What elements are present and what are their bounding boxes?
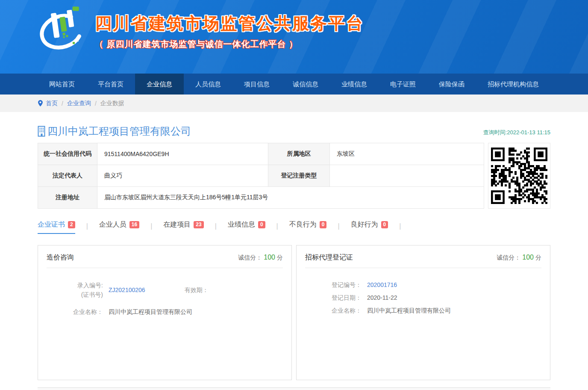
breadcrumb-bar: 首页 / 企业查询 / 企业数据: [0, 95, 588, 112]
credit-score: 诚信分：100分: [238, 254, 283, 262]
site-logo[interactable]: [38, 5, 88, 55]
field-value-registration-type: [330, 165, 484, 187]
company-name-label: 企业名称：: [314, 307, 362, 315]
field-label-legal-rep: 法定代表人: [38, 165, 97, 187]
nav-item-credit-info[interactable]: 诚信信息: [281, 74, 330, 95]
table-row: 统一社会信用代码 91511400MA6420GE9H 所属地区 东坡区: [38, 143, 484, 165]
nav-item-bidding-agency-info[interactable]: 招标代理机构信息: [476, 74, 550, 95]
nav-item-insurance-guarantee[interactable]: 保险保函: [427, 74, 476, 95]
detail-tabs: 企业证书 2 | 企业人员 16 | 在建项目 23 | 业绩信息 0 | 不良…: [38, 220, 550, 234]
company-title: 四川中岚工程项目管理有限公司: [38, 124, 191, 138]
main-content: 四川中岚工程项目管理有限公司 查询时间:2022-01-13 11:15 统一社…: [38, 124, 550, 390]
tab-label: 业绩信息: [228, 220, 255, 229]
company-name-text: 四川中岚工程项目管理有限公司: [47, 124, 191, 138]
field-value-registered-address: 眉山市东坡区眉州大道东三段天天向上186号5幢1单元11层3号: [97, 187, 484, 209]
breadcrumb-enterprise-data: 企业数据: [100, 100, 124, 107]
validity-label: 有效期：: [185, 286, 209, 294]
nav-item-personnel-info[interactable]: 人员信息: [184, 74, 232, 95]
breadcrumb-separator: /: [95, 100, 97, 107]
tab-label: 企业证书: [38, 220, 65, 229]
logo-icon: [38, 5, 88, 53]
query-time: 查询时间:2022-01-13 11:15: [483, 129, 550, 138]
main-nav: 网站首页 平台首页 企业信息 人员信息 项目信息 诚信信息 业绩信息 电子证照 …: [0, 74, 588, 95]
tab-label: 在建项目: [163, 220, 191, 229]
nav-item-platform-home[interactable]: 平台首页: [86, 74, 135, 95]
table-row: 法定代表人 曲义巧 登记注册类型: [38, 165, 484, 187]
credit-score: 诚信分：100分: [497, 254, 541, 262]
qr-code: [491, 148, 547, 204]
field-value-credit-code: 91511400MA6420GE9H: [97, 143, 268, 165]
count-badge: 0: [320, 221, 327, 228]
registration-number-label: 登记编号：: [314, 281, 362, 289]
nav-item-performance-info[interactable]: 业绩信息: [330, 74, 379, 95]
count-badge: 0: [258, 221, 265, 228]
score-value: 100: [522, 254, 534, 261]
breadcrumb-enterprise-search[interactable]: 企业查询: [67, 100, 91, 107]
company-name-value: 四川中岚工程项目管理有限公司: [109, 308, 192, 316]
score-unit: 分: [535, 254, 541, 261]
company-name-value: 四川中岚工程项目管理有限公司: [367, 307, 451, 315]
cert-number-label: 录入编号: (证书号): [55, 281, 103, 299]
bidding-agency-cert-card: 招标代理登记证 诚信分：100分 登记编号： 202001716 登记日期： 2…: [296, 245, 550, 380]
tab-separator: |: [150, 222, 152, 234]
table-row: 注册地址 眉山市东坡区眉州大道东三段天天向上186号5幢1单元11层3号: [38, 187, 484, 209]
score-unit: 分: [277, 254, 283, 261]
tab-separator: |: [276, 222, 278, 234]
field-value-legal-rep: 曲义巧: [97, 165, 268, 187]
field-label-credit-code: 统一社会信用代码: [38, 143, 97, 165]
cert-number-link[interactable]: ZJ202100206: [109, 286, 145, 294]
site-subtitle: （ 原四川省建筑市场监管与诚信一体化工作平台 ）: [95, 38, 364, 50]
score-value: 100: [264, 254, 275, 261]
breadcrumb-separator: /: [62, 100, 63, 107]
tab-enterprise-personnel[interactable]: 企业人员 16: [99, 220, 139, 234]
cost-consulting-card: 造价咨询 诚信分：100分 录入编号: (证书号) ZJ202100206 有效…: [38, 245, 292, 380]
nav-item-site-home[interactable]: 网站首页: [38, 74, 86, 95]
score-label: 诚信分：: [497, 254, 520, 261]
company-info-table: 统一社会信用代码 91511400MA6420GE9H 所属地区 东坡区 法定代…: [38, 143, 484, 209]
tab-separator: |: [338, 222, 339, 234]
card-title: 造价咨询: [47, 253, 74, 262]
tab-separator: |: [215, 222, 217, 234]
count-badge: 0: [381, 221, 388, 228]
tab-bad-behavior[interactable]: 不良行为 0: [289, 220, 327, 234]
registration-number-link[interactable]: 202001716: [367, 281, 397, 289]
nav-item-project-info[interactable]: 项目信息: [232, 74, 281, 95]
tab-performance-info[interactable]: 业绩信息 0: [228, 220, 265, 234]
field-label-registration-type: 登记注册类型: [268, 165, 330, 187]
tab-label: 良好行为: [351, 220, 378, 229]
tab-good-behavior[interactable]: 良好行为 0: [351, 220, 388, 234]
field-label-registered-address: 注册地址: [38, 187, 97, 209]
qr-code-box: [488, 143, 550, 209]
tab-label: 不良行为: [289, 220, 317, 229]
footer-divider: [38, 387, 550, 390]
tab-label: 企业人员: [99, 220, 126, 229]
card-title: 招标代理登记证: [305, 253, 353, 262]
breadcrumb-home[interactable]: 首页: [46, 100, 58, 107]
site-title: 四川省建筑市场监管公共服务平台: [95, 12, 364, 35]
company-name-label: 企业名称：: [55, 308, 103, 316]
field-value-region: 东坡区: [330, 143, 484, 165]
building-icon: [38, 126, 46, 137]
count-badge: 16: [129, 221, 139, 228]
registration-date-value: 2020-11-22: [367, 294, 397, 302]
field-label-region: 所属地区: [268, 143, 330, 165]
site-header: 四川省建筑市场监管公共服务平台 （ 原四川省建筑市场监管与诚信一体化工作平台 ）: [0, 0, 588, 74]
tab-projects-under-construction[interactable]: 在建项目 23: [163, 220, 203, 234]
count-badge: 23: [194, 221, 203, 228]
count-badge: 2: [68, 221, 75, 228]
nav-item-e-certificate[interactable]: 电子证照: [379, 74, 427, 95]
score-label: 诚信分：: [238, 254, 262, 261]
location-pin-icon: [38, 100, 43, 107]
breadcrumb: 首页 / 企业查询 / 企业数据: [38, 95, 550, 112]
tab-separator: |: [86, 222, 88, 234]
nav-item-enterprise-info[interactable]: 企业信息: [135, 74, 184, 95]
tab-enterprise-cert[interactable]: 企业证书 2: [38, 220, 75, 234]
tab-separator: |: [399, 222, 401, 234]
registration-date-label: 登记日期：: [314, 294, 362, 302]
